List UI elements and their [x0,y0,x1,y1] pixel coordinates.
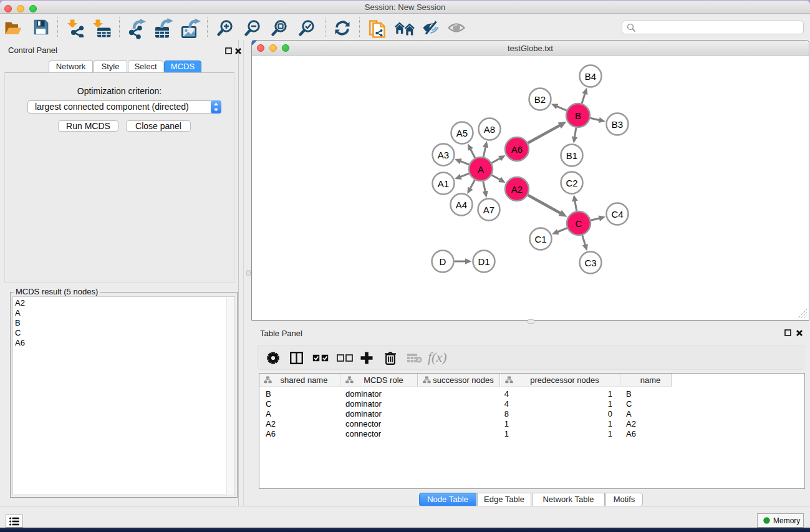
svg-text:A7: A7 [483,205,494,215]
svg-text:C2: C2 [566,178,577,188]
svg-text:B4: B4 [585,71,596,82]
svg-text:A3: A3 [438,150,449,160]
svg-text:A6: A6 [511,144,523,155]
svg-text:B3: B3 [612,119,623,130]
svg-text:D: D [440,256,446,267]
svg-text:D1: D1 [478,256,489,267]
svg-text:A2: A2 [511,184,523,195]
svg-text:B: B [575,110,581,121]
svg-text:C4: C4 [611,209,623,220]
svg-text:A8: A8 [484,124,495,135]
svg-text:C3: C3 [584,258,596,268]
svg-text:A1: A1 [438,178,449,189]
svg-text:A4: A4 [456,200,467,210]
svg-text:A5: A5 [456,128,468,138]
svg-text:A: A [478,164,484,175]
svg-text:C: C [576,218,582,229]
svg-text:C1: C1 [534,234,546,244]
svg-text:B2: B2 [534,94,546,105]
svg-text:B1: B1 [566,150,577,161]
